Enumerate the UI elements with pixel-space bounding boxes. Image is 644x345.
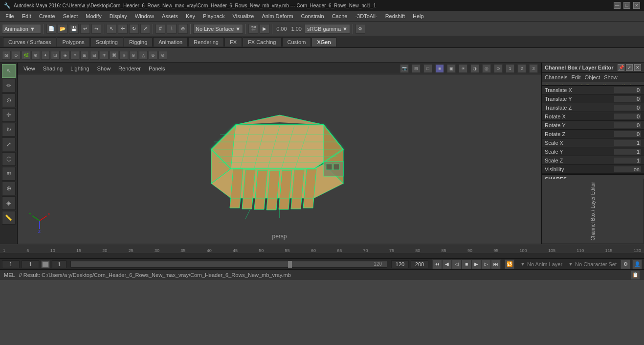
- vp-menu-view[interactable]: View: [21, 65, 38, 72]
- anim-layer-dropdown[interactable]: ▼: [520, 261, 525, 267]
- scale-button[interactable]: ⤢: [140, 24, 150, 34]
- snap-grid-button[interactable]: #: [155, 24, 165, 34]
- xgen-icon2[interactable]: ⊙: [12, 51, 21, 60]
- isolate-icon[interactable]: ⊙: [494, 64, 503, 73]
- xgen-icon10[interactable]: ⊟: [90, 51, 99, 60]
- menu-assets[interactable]: Assets: [158, 12, 181, 20]
- xgen-icon1[interactable]: ⊠: [2, 51, 11, 60]
- wireframe-icon[interactable]: □: [423, 64, 432, 73]
- xgen-icon15[interactable]: ◬: [139, 51, 148, 60]
- menu-file[interactable]: File: [2, 12, 18, 20]
- redo-button[interactable]: ↪: [91, 24, 101, 34]
- xgen-icon9[interactable]: ⊞: [80, 51, 89, 60]
- menu-anim-deform[interactable]: Anim Deform: [258, 12, 296, 20]
- menu-playback[interactable]: Playback: [200, 12, 228, 20]
- tab-animation[interactable]: Animation: [153, 37, 188, 46]
- new-scene-button[interactable]: 📄: [46, 24, 56, 34]
- tab-polygons[interactable]: Polygons: [57, 37, 89, 46]
- tab-fx[interactable]: FX: [224, 37, 242, 46]
- undo-button[interactable]: ↩: [80, 24, 90, 34]
- xgen-icon14[interactable]: ⊛: [129, 51, 138, 60]
- resolution-3[interactable]: 3: [529, 64, 538, 73]
- menu-visualize[interactable]: Visualize: [229, 12, 258, 20]
- stop-button[interactable]: ■: [462, 259, 471, 269]
- vp-menu-renderer[interactable]: Renderer: [115, 65, 144, 72]
- viewport[interactable]: View Shading Lighting Show Renderer Pane…: [18, 63, 541, 244]
- max-range-input[interactable]: [411, 260, 428, 268]
- vp-menu-lighting[interactable]: Lighting: [67, 65, 92, 72]
- snap-together-tool[interactable]: ◈: [2, 196, 16, 210]
- channel-scale-x[interactable]: Scale X 1: [542, 138, 644, 147]
- play-forward-button[interactable]: ▶: [471, 259, 481, 269]
- mode-dropdown[interactable]: Animation ▼: [2, 24, 41, 34]
- scale-tool[interactable]: ⤢: [2, 138, 16, 151]
- viewport-canvas[interactable]: persp X Y Z: [18, 74, 541, 244]
- show-manip-tool[interactable]: ⊕: [2, 182, 16, 195]
- xgen-icon17[interactable]: ⊖: [158, 51, 167, 60]
- xgen-icon3[interactable]: 🌿: [22, 51, 30, 60]
- channel-rotate-z[interactable]: Rotate Z 0: [542, 130, 644, 138]
- more-options-button[interactable]: ⚙: [355, 24, 365, 34]
- resolution-2[interactable]: 2: [517, 64, 526, 73]
- channel-translate-y[interactable]: Translate Y 0: [542, 94, 644, 103]
- next-key-button[interactable]: ⏭: [491, 259, 501, 269]
- rotate-tool[interactable]: ↻: [2, 123, 16, 137]
- channel-box-expand-button[interactable]: ⤢: [626, 64, 633, 71]
- cb-menu-channels[interactable]: Channels: [545, 74, 567, 80]
- menu-constrain[interactable]: Constrain: [298, 12, 328, 20]
- render-button[interactable]: 🎬: [248, 24, 258, 34]
- cb-layer-editor-tab[interactable]: Channel Box / Layer Editor: [542, 179, 644, 244]
- frame-label-input[interactable]: [52, 260, 67, 268]
- range-slider[interactable]: 120: [70, 261, 387, 268]
- snap-point-button[interactable]: ⊕: [178, 24, 188, 34]
- ipr-button[interactable]: ▶: [260, 24, 269, 34]
- channel-scale-z[interactable]: Scale Z 1: [542, 156, 644, 165]
- menu-edit[interactable]: Edit: [19, 12, 35, 20]
- xgen-icon7[interactable]: ◈: [61, 51, 69, 60]
- cb-menu-object[interactable]: Object: [584, 74, 600, 80]
- shaded-icon[interactable]: ■: [435, 64, 444, 73]
- xgen-icon13[interactable]: ⎈: [119, 51, 128, 60]
- camera-icon[interactable]: 📷: [400, 64, 409, 73]
- channel-translate-x[interactable]: Translate X 0: [542, 86, 644, 94]
- light-icon[interactable]: ☀: [459, 64, 467, 73]
- open-button[interactable]: 📂: [58, 24, 67, 34]
- prev-key-button[interactable]: ⏮: [432, 259, 442, 269]
- frame-color-swatch[interactable]: [41, 260, 50, 268]
- xgen-icon6[interactable]: ⊡: [51, 51, 60, 60]
- menu-help[interactable]: Help: [409, 12, 427, 20]
- cb-menu-edit[interactable]: Edit: [571, 74, 580, 80]
- move-tool[interactable]: ✛: [2, 108, 16, 122]
- tab-curves-surfaces[interactable]: Curves / Surfaces: [3, 37, 56, 46]
- vp-menu-shading[interactable]: Shading: [40, 65, 66, 72]
- menu-select[interactable]: Select: [60, 12, 82, 20]
- xgen-icon12[interactable]: ⌘: [110, 51, 118, 60]
- channel-rotate-x[interactable]: Rotate X 0: [542, 112, 644, 121]
- lasso-tool[interactable]: ⊙: [2, 93, 16, 107]
- menu-key[interactable]: Key: [182, 12, 199, 20]
- texture-icon[interactable]: ▣: [447, 64, 456, 73]
- channel-box-pin-button[interactable]: 📌: [618, 64, 624, 71]
- tab-custom[interactable]: Custom: [282, 37, 311, 46]
- play-back-button[interactable]: ◁: [452, 259, 462, 269]
- xgen-icon11[interactable]: ≋: [100, 51, 109, 60]
- menu-cache[interactable]: Cache: [329, 12, 351, 20]
- resolution-1[interactable]: 1: [506, 64, 514, 73]
- script-editor-button[interactable]: 📋: [630, 270, 640, 280]
- range-thumb[interactable]: [288, 261, 292, 268]
- char-set-dropdown[interactable]: ▼: [568, 261, 573, 267]
- save-button[interactable]: 💾: [69, 24, 79, 34]
- next-frame-button[interactable]: ▷: [481, 259, 491, 269]
- end-frame-input[interactable]: [391, 260, 409, 268]
- move-button[interactable]: ✛: [118, 24, 128, 34]
- tab-rendering[interactable]: Rendering: [188, 37, 224, 46]
- measure-tool[interactable]: 📏: [2, 211, 16, 225]
- channel-box-close-button[interactable]: ✕: [634, 64, 641, 71]
- channel-translate-z[interactable]: Translate Z 0: [542, 103, 644, 112]
- paint-tool[interactable]: ✏: [2, 79, 16, 92]
- select-tool[interactable]: ↖: [2, 64, 16, 78]
- snap-curve-button[interactable]: ⌇: [167, 24, 177, 34]
- maximize-button[interactable]: □: [623, 2, 630, 9]
- select-button[interactable]: ↖: [107, 24, 116, 34]
- channel-scale-y[interactable]: Scale Y 1: [542, 147, 644, 156]
